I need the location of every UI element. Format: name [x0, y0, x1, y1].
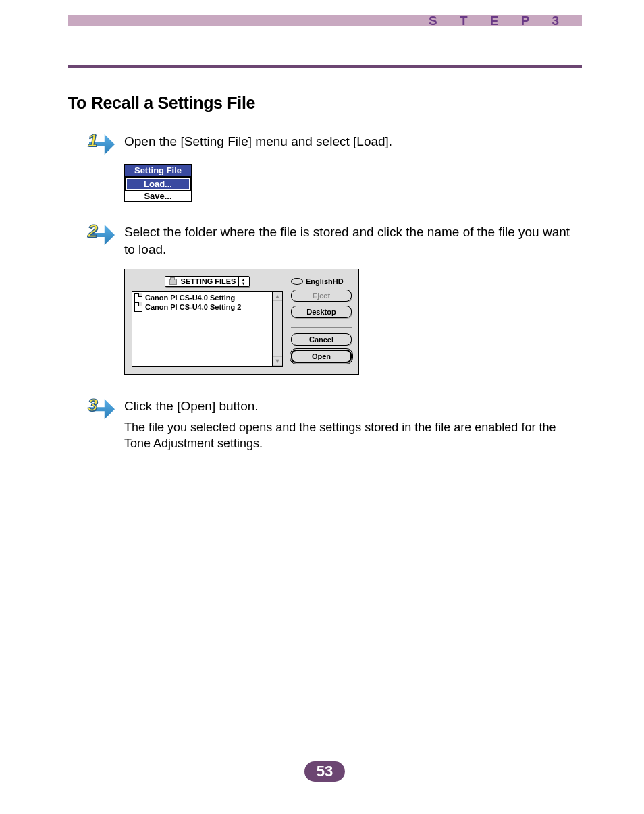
file-icon	[134, 302, 142, 312]
page-number: 53	[304, 761, 345, 782]
step-1-marker: 1	[86, 132, 115, 157]
footer: 53	[68, 761, 582, 782]
disk-indicator: EnglishHD	[291, 277, 352, 286]
menu-item-load[interactable]: Load...	[126, 178, 190, 190]
menu-title: Setting File	[125, 165, 191, 177]
file-dialog-screenshot: SETTING FILES Canon PI CS-U4.0 Setting C…	[124, 269, 359, 375]
step-indicator: S T E P 3	[429, 13, 568, 28]
step-number: 2	[88, 221, 97, 242]
list-item[interactable]: Canon PI CS-U4.0 Setting	[134, 293, 270, 302]
step-3-marker: 3	[86, 396, 115, 422]
step-2: 2 Select the folder where the file is st…	[68, 222, 582, 258]
step-3-text: Click the [Open] button.	[124, 396, 582, 415]
scroll-down-icon[interactable]: ▼	[273, 356, 282, 366]
file-name: Canon PI CS-U4.0 Setting 2	[145, 303, 241, 311]
step-2-text: Select the folder where the file is stor…	[124, 222, 582, 258]
list-item[interactable]: Canon PI CS-U4.0 Setting 2	[134, 302, 270, 312]
step-number: 3	[88, 395, 97, 416]
step-3: 3 Click the [Open] button. The file you …	[68, 396, 582, 452]
file-list: Canon PI CS-U4.0 Setting Canon PI CS-U4.…	[132, 291, 283, 367]
popup-handle-icon	[238, 277, 248, 286]
step-1: 1 Open the [Setting File] menu and selec…	[68, 132, 582, 157]
menu-screenshot: Setting File Load... Save...	[124, 164, 192, 202]
file-name: Canon PI CS-U4.0 Setting	[145, 294, 235, 302]
header-rule	[68, 65, 582, 68]
file-icon	[134, 293, 142, 302]
folder-popup[interactable]: SETTING FILES	[165, 276, 250, 287]
scrollbar[interactable]: ▲ ▼	[272, 292, 282, 366]
section-title: To Recall a Settings File	[68, 93, 582, 113]
folder-icon	[169, 279, 177, 285]
disk-icon	[291, 278, 303, 285]
cancel-button[interactable]: Cancel	[291, 333, 352, 346]
folder-popup-label: SETTING FILES	[181, 277, 236, 286]
desktop-button[interactable]: Desktop	[291, 306, 352, 318]
menu-item-save[interactable]: Save...	[125, 191, 191, 201]
step-number: 1	[88, 130, 97, 151]
separator	[291, 327, 352, 328]
scroll-up-icon[interactable]: ▲	[273, 292, 282, 301]
step-2-marker: 2	[86, 222, 115, 248]
open-button[interactable]: Open	[291, 350, 352, 363]
step-3-description: The file you selected opens and the sett…	[124, 419, 582, 452]
disk-label: EnglishHD	[306, 277, 344, 286]
step-1-text: Open the [Setting File] menu and select …	[124, 132, 582, 151]
eject-button: Eject	[291, 290, 352, 302]
